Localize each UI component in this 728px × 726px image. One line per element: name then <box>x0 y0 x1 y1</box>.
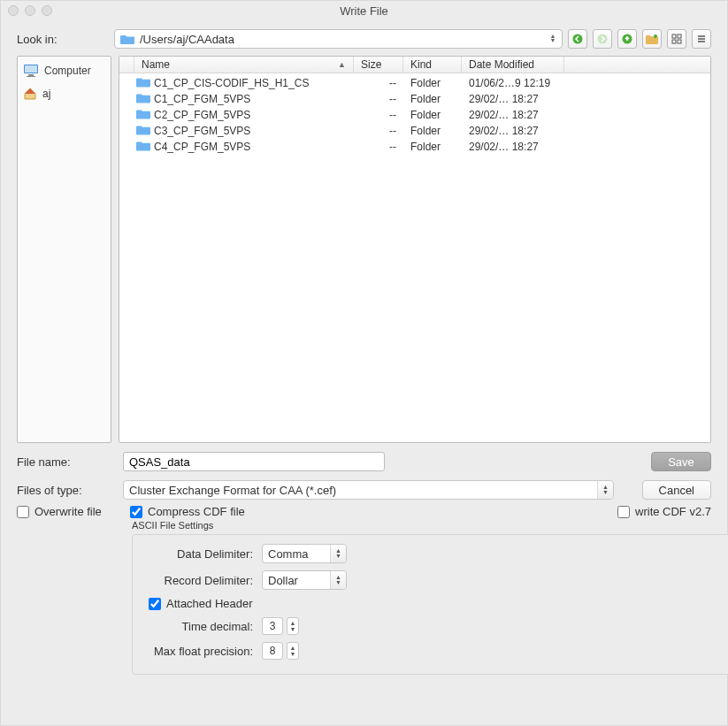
filter-label: Files of type: <box>17 484 114 497</box>
svg-point-3 <box>654 34 657 38</box>
attached-header-checkbox[interactable]: Attached Header <box>149 597 253 610</box>
svg-rect-7 <box>678 40 681 43</box>
data-delimiter-select[interactable]: Comma ▲▼ <box>262 544 347 563</box>
chevron-updown-icon: ▲▼ <box>597 481 613 499</box>
sidebar-item-label: Computer <box>44 65 91 77</box>
chevron-updown-icon: ▲▼ <box>330 545 346 562</box>
write-v27-checkbox[interactable]: write CDF v2.7 <box>617 505 711 518</box>
file-name: C3_CP_FGM_5VPS <box>154 125 250 137</box>
file-size: -- <box>354 77 403 89</box>
record-delimiter-label: Record Delimiter: <box>147 574 253 587</box>
max-float-spinner[interactable]: 8 ▲▼ <box>262 642 299 660</box>
minimize-window-button[interactable] <box>25 5 35 16</box>
svg-rect-5 <box>678 34 681 38</box>
overwrite-checkbox[interactable]: Overwrite file <box>17 505 121 518</box>
save-button[interactable]: Save <box>651 452 711 471</box>
write-file-dialog: Write File Look in: /Users/aj/CAAdata ▲▼ <box>0 0 728 726</box>
stepper-buttons[interactable]: ▲▼ <box>287 617 299 635</box>
file-name: C2_CP_FGM_5VPS <box>154 109 250 121</box>
file-name: C1_CP_FGM_5VPS <box>154 93 250 105</box>
column-kind[interactable]: Kind <box>403 57 462 73</box>
file-modified: 29/02/… 18:27 <box>462 109 564 121</box>
ascii-settings-title: ASCII File Settings <box>132 520 711 531</box>
svg-rect-4 <box>672 34 676 38</box>
file-size: -- <box>354 125 403 137</box>
column-size[interactable]: Size <box>354 57 403 73</box>
max-float-label: Max float precision: <box>147 645 253 658</box>
record-delimiter-select[interactable]: Dollar ▲▼ <box>262 570 347 590</box>
sidebar-item-computer[interactable]: Computer <box>21 62 107 80</box>
folder-icon <box>120 34 134 44</box>
file-row[interactable]: C2_CP_FGM_5VPS--Folder29/02/… 18:27 <box>119 107 710 123</box>
file-type-select[interactable]: Cluster Exchange Format for CAA (*.cef) … <box>123 480 614 500</box>
svg-rect-12 <box>25 65 37 73</box>
folder-icon <box>136 109 150 121</box>
ascii-settings-group: Data Delimiter: Comma ▲▼ Record Delimite… <box>132 534 728 675</box>
file-type-value: Cluster Exchange Format for CAA (*.cef) <box>129 484 336 497</box>
svg-rect-6 <box>672 40 676 43</box>
column-name[interactable]: Name ▲ <box>134 57 354 73</box>
file-name: C4_CP_FGM_5VPS <box>154 141 250 153</box>
file-row[interactable]: C1_CP_FGM_5VPS--Folder29/02/… 18:27 <box>119 91 710 107</box>
file-row[interactable]: C3_CP_FGM_5VPS--Folder29/02/… 18:27 <box>119 123 710 139</box>
folder-icon <box>136 125 150 137</box>
sort-asc-icon: ▲ <box>338 60 346 69</box>
data-delimiter-label: Data Delimiter: <box>147 547 253 561</box>
back-button[interactable] <box>568 29 587 49</box>
svg-point-0 <box>573 34 583 44</box>
filename-label: File name: <box>17 455 114 469</box>
cancel-button[interactable]: Cancel <box>642 480 711 500</box>
close-window-button[interactable] <box>8 5 19 16</box>
sidebar-item-home[interactable]: aj <box>21 85 107 103</box>
chevron-updown-icon: ▲▼ <box>330 571 346 589</box>
file-list[interactable]: Name ▲ Size Kind Date Modified C1_CP_CIS… <box>119 56 711 443</box>
sidebar-item-label: aj <box>42 88 50 100</box>
time-decimal-label: Time decimal: <box>147 620 253 633</box>
file-name: C1_CP_CIS-CODIF_HS_H1_CS <box>154 77 309 89</box>
file-kind: Folder <box>403 109 462 121</box>
look-in-label: Look in: <box>17 33 114 46</box>
folder-icon <box>136 93 150 105</box>
column-modified[interactable]: Date Modified <box>462 57 564 73</box>
file-kind: Folder <box>403 141 462 153</box>
column-headers: Name ▲ Size Kind Date Modified <box>119 57 710 73</box>
file-row[interactable]: C4_CP_FGM_5VPS--Folder29/02/… 18:27 <box>119 139 710 155</box>
file-size: -- <box>354 93 403 105</box>
stepper-buttons[interactable]: ▲▼ <box>287 642 299 660</box>
svg-rect-14 <box>27 76 35 77</box>
folder-icon <box>136 141 150 153</box>
file-size: -- <box>354 109 403 121</box>
file-modified: 29/02/… 18:27 <box>462 125 564 137</box>
file-modified: 29/02/… 18:27 <box>462 93 564 105</box>
places-sidebar: Computer aj <box>17 56 111 443</box>
file-size: -- <box>354 141 403 153</box>
path-stepper[interactable]: ▲▼ <box>546 32 560 44</box>
file-kind: Folder <box>403 77 462 89</box>
file-modified: 01/06/2…9 12:19 <box>462 77 564 89</box>
forward-button[interactable] <box>593 29 612 49</box>
svg-rect-13 <box>28 74 34 76</box>
path-text: /Users/aj/CAAdata <box>140 33 234 46</box>
file-modified: 29/02/… 18:27 <box>462 141 564 153</box>
window-controls <box>8 5 52 16</box>
time-decimal-spinner[interactable]: 3 ▲▼ <box>262 617 299 635</box>
list-view-button[interactable] <box>692 29 711 49</box>
new-folder-button[interactable] <box>642 29 662 49</box>
path-selector[interactable]: /Users/aj/CAAdata ▲▼ <box>114 29 563 49</box>
file-kind: Folder <box>403 125 462 137</box>
svg-point-1 <box>598 34 608 44</box>
file-kind: Folder <box>403 93 462 105</box>
zoom-window-button[interactable] <box>42 5 52 16</box>
compress-checkbox[interactable]: Compress CDF file <box>130 505 245 518</box>
icon-view-button[interactable] <box>667 29 686 49</box>
filename-input[interactable] <box>123 452 385 471</box>
parent-folder-button[interactable] <box>617 29 637 49</box>
titlebar: Write File <box>1 1 727 20</box>
window-title: Write File <box>1 4 727 18</box>
file-row[interactable]: C1_CP_CIS-CODIF_HS_H1_CS--Folder01/06/2…… <box>119 75 710 91</box>
folder-icon <box>136 77 150 89</box>
